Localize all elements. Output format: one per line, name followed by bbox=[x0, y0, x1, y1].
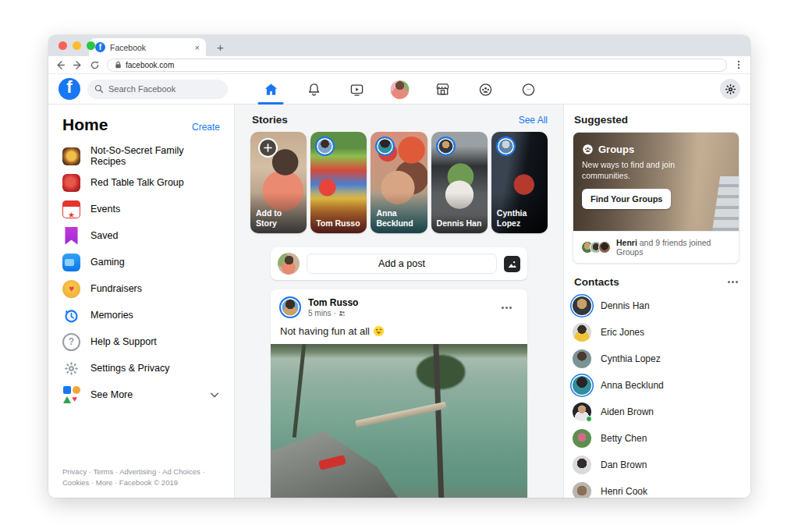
stories-row: Add to Story Tom Russo Anna Becklund Den… bbox=[250, 132, 548, 233]
photo-icon bbox=[507, 259, 517, 269]
groups-card-title: Groups bbox=[598, 144, 634, 155]
memories-clock-icon bbox=[62, 307, 80, 325]
sidebar-item-see-more[interactable]: ♥ See More bbox=[62, 381, 220, 408]
nav-groups-button[interactable] bbox=[464, 74, 507, 105]
contact-row[interactable]: Eric Jones bbox=[573, 319, 739, 346]
marketplace-icon bbox=[434, 82, 450, 98]
sidebar-item-help-support[interactable]: Help & Support bbox=[62, 328, 220, 355]
sidebar-item-saved[interactable]: Saved bbox=[62, 222, 220, 249]
feed-post: Tom Russo 5 mins · Not having fun at all bbox=[271, 289, 527, 498]
forward-icon[interactable] bbox=[73, 60, 83, 70]
facebook-logo[interactable]: f bbox=[59, 78, 80, 100]
groups-icon bbox=[477, 82, 493, 98]
nav-home-button[interactable] bbox=[250, 74, 293, 105]
stories-title: Stories bbox=[252, 114, 288, 126]
contact-row[interactable]: Dennis Han bbox=[573, 293, 739, 319]
contact-row[interactable]: Henri Cook bbox=[573, 478, 739, 498]
sidebar-item-fundraisers[interactable]: Fundraisers bbox=[62, 275, 220, 302]
watch-video-icon bbox=[349, 82, 364, 98]
post-timestamp: 5 mins bbox=[308, 309, 331, 317]
sidebar-item-events[interactable]: Events bbox=[62, 196, 220, 222]
nav-marketplace-button[interactable] bbox=[421, 74, 464, 105]
gear-icon bbox=[725, 83, 736, 95]
suggested-title: Suggested bbox=[574, 114, 628, 126]
home-icon bbox=[263, 82, 278, 98]
page-content: Home Create Not-So-Secret Family Recipes… bbox=[48, 105, 750, 498]
nav-watch-button[interactable] bbox=[335, 74, 378, 105]
post-composer: Add a post bbox=[271, 247, 527, 280]
minimize-window-button[interactable] bbox=[73, 41, 81, 50]
story-card[interactable]: Tom Russo bbox=[310, 132, 367, 233]
story-card[interactable]: Dennis Han bbox=[431, 132, 488, 233]
traffic-lights bbox=[59, 41, 95, 50]
lock-icon bbox=[115, 61, 122, 69]
contacts-options-icon[interactable] bbox=[728, 281, 738, 283]
sidebar-item-gaming[interactable]: Gaming bbox=[62, 249, 220, 275]
story-avatar bbox=[375, 137, 395, 156]
browser-toolbar: facebook.com bbox=[48, 56, 750, 74]
browser-tab[interactable]: f Facebook × bbox=[89, 38, 206, 56]
nav-messenger-button[interactable] bbox=[507, 74, 550, 105]
help-question-icon bbox=[62, 333, 80, 351]
add-story-plus-icon bbox=[258, 138, 278, 158]
chevron-down-icon bbox=[209, 389, 220, 400]
groups-card-photo: Groups New ways to find and join communi… bbox=[573, 133, 739, 231]
recipes-photo-icon bbox=[62, 147, 80, 165]
close-window-button[interactable] bbox=[59, 41, 67, 50]
sidebar-footer-links[interactable]: Privacy · Terms · Advertising · Ad Choic… bbox=[62, 466, 222, 489]
sidebar-item-family-recipes[interactable]: Not-So-Secret Family Recipes bbox=[62, 143, 220, 169]
sidebar-title: Home bbox=[62, 115, 108, 134]
contact-avatar bbox=[573, 376, 591, 395]
saved-bookmark-icon bbox=[62, 227, 80, 245]
see-all-link[interactable]: See All bbox=[519, 115, 548, 126]
search-input[interactable] bbox=[108, 84, 210, 94]
contact-row[interactable]: Cynthia Lopez bbox=[573, 346, 739, 372]
address-bar[interactable]: facebook.com bbox=[107, 59, 727, 72]
groups-activity-row[interactable]: Henri and 9 friends joined Groups bbox=[573, 231, 739, 263]
url-text: facebook.com bbox=[126, 61, 174, 69]
composer-avatar bbox=[278, 253, 300, 275]
gaming-icon bbox=[62, 254, 80, 271]
story-card[interactable]: Anna Becklund bbox=[371, 132, 427, 233]
activity-friend-name: Henri bbox=[616, 238, 637, 247]
right-column: Suggested Groups New ways to find and jo… bbox=[563, 105, 750, 498]
sidebar-item-settings-privacy[interactable]: Settings & Privacy bbox=[62, 355, 220, 381]
story-card-add-to-story[interactable]: Add to Story bbox=[250, 132, 307, 233]
sidebar-item-red-table-talk[interactable]: Red Table Talk Group bbox=[62, 169, 220, 196]
online-status-dot bbox=[586, 416, 592, 422]
tab-title: Facebook bbox=[110, 43, 190, 52]
add-photo-button[interactable] bbox=[504, 256, 520, 272]
post-photo[interactable] bbox=[271, 344, 527, 498]
post-author-avatar[interactable] bbox=[279, 296, 301, 318]
zoom-window-button[interactable] bbox=[87, 41, 95, 50]
back-icon[interactable] bbox=[55, 60, 66, 70]
post-author-name[interactable]: Tom Russo bbox=[308, 297, 495, 310]
create-link[interactable]: Create bbox=[192, 122, 220, 133]
reload-icon[interactable] bbox=[90, 60, 100, 70]
nav-profile-button[interactable] bbox=[378, 74, 421, 105]
add-post-input[interactable]: Add a post bbox=[307, 254, 497, 274]
group-photo-icon bbox=[62, 174, 80, 192]
friends-privacy-icon bbox=[339, 310, 346, 317]
contact-row[interactable]: Betty Chen bbox=[573, 425, 739, 452]
new-tab-button[interactable]: + bbox=[217, 41, 224, 53]
settings-button[interactable] bbox=[720, 79, 740, 99]
story-card[interactable]: Cynthia Lopez bbox=[491, 132, 548, 233]
header-nav bbox=[250, 74, 550, 105]
post-options-button[interactable] bbox=[502, 307, 519, 309]
contact-row[interactable]: Dan Brown bbox=[573, 452, 739, 478]
nav-notifications-button[interactable] bbox=[293, 74, 335, 105]
browser-menu-icon[interactable] bbox=[734, 60, 743, 69]
suggested-groups-card: Groups New ways to find and join communi… bbox=[573, 132, 739, 264]
find-your-groups-button[interactable]: Find Your Groups bbox=[582, 189, 671, 209]
contact-avatar bbox=[573, 323, 591, 342]
search-bar[interactable] bbox=[87, 80, 228, 99]
contact-row[interactable]: Anna Becklund bbox=[573, 372, 739, 399]
sidebar-item-memories[interactable]: Memories bbox=[62, 302, 220, 328]
contact-avatar bbox=[573, 456, 591, 474]
contact-avatar bbox=[573, 296, 591, 315]
tab-close-icon[interactable]: × bbox=[195, 43, 200, 52]
groups-card-description: New ways to find and join communities. bbox=[582, 159, 692, 181]
contact-row[interactable]: Aiden Brown bbox=[573, 399, 739, 425]
left-sidebar: Home Create Not-So-Secret Family Recipes… bbox=[48, 105, 235, 498]
